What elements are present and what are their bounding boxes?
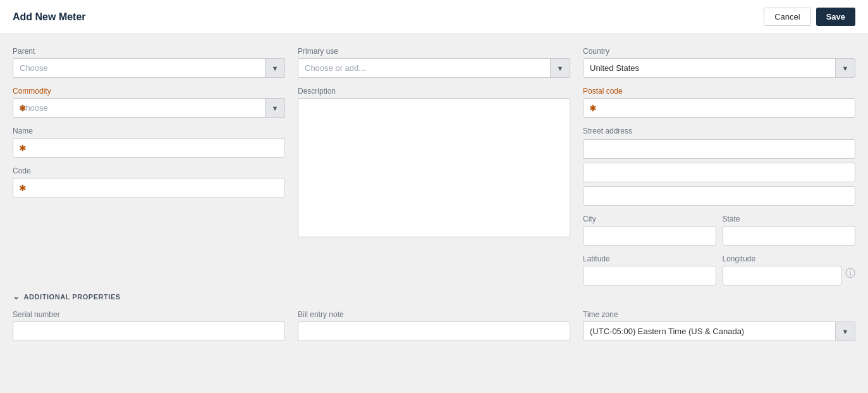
postal-code-input[interactable] bbox=[583, 98, 855, 118]
bill-entry-note-group: Bill entry note bbox=[298, 310, 570, 341]
description-label: Description bbox=[298, 87, 570, 96]
serial-number-group: Serial number bbox=[13, 310, 285, 341]
bill-entry-note-input[interactable] bbox=[298, 321, 570, 341]
country-select[interactable]: United States bbox=[583, 58, 855, 78]
page-title: Add New Meter bbox=[13, 11, 86, 23]
country-select-wrapper: United States ▼ bbox=[583, 58, 855, 78]
form-col-1: Parent Choose ▼ Commodity Choose ▼ ✱ bbox=[13, 47, 285, 285]
longitude-label: Longitude bbox=[723, 254, 842, 263]
serial-number-input[interactable] bbox=[13, 321, 285, 341]
parent-label: Parent bbox=[13, 47, 285, 56]
city-state-row: City State bbox=[583, 215, 855, 246]
city-group: City bbox=[583, 215, 716, 246]
latitude-group: Latitude bbox=[583, 254, 716, 285]
primary-use-select-wrapper: Choose or add... ▼ bbox=[298, 58, 570, 78]
code-label: Code bbox=[13, 166, 285, 175]
state-input[interactable] bbox=[723, 226, 856, 246]
time-zone-label: Time zone bbox=[583, 310, 855, 319]
info-icon[interactable]: ⓘ bbox=[845, 267, 855, 280]
parent-group: Parent Choose ▼ bbox=[13, 47, 285, 78]
name-label: Name bbox=[13, 127, 285, 135]
description-textarea[interactable] bbox=[298, 98, 570, 237]
street-address-group: Street address bbox=[583, 127, 855, 206]
time-zone-select-wrapper: (UTC-05:00) Eastern Time (US & Canada) ▼ bbox=[583, 321, 855, 341]
street-address-input-3[interactable] bbox=[583, 186, 855, 206]
additional-properties-label: ADDITIONAL PROPERTIES bbox=[24, 293, 121, 301]
bill-entry-note-label: Bill entry note bbox=[298, 310, 570, 319]
longitude-group: Longitude bbox=[723, 254, 842, 285]
longitude-input[interactable] bbox=[723, 266, 842, 285]
postal-code-required-star: ✱ bbox=[589, 103, 597, 113]
parent-select-wrapper: Choose ▼ bbox=[13, 58, 285, 78]
name-group: Name ✱ bbox=[13, 127, 285, 158]
parent-select[interactable]: Choose bbox=[13, 58, 285, 78]
postal-code-group: Postal code ✱ bbox=[583, 87, 855, 118]
code-group: Code ✱ bbox=[13, 166, 285, 197]
time-zone-select[interactable]: (UTC-05:00) Eastern Time (US & Canada) bbox=[583, 321, 855, 341]
latitude-label: Latitude bbox=[583, 254, 716, 263]
code-input[interactable] bbox=[13, 178, 285, 197]
header: Add New Meter Cancel Save bbox=[0, 0, 868, 34]
serial-number-label: Serial number bbox=[13, 310, 285, 319]
country-label: Country bbox=[583, 47, 855, 56]
primary-use-group: Primary use Choose or add... ▼ bbox=[298, 47, 570, 78]
street-address-label: Street address bbox=[583, 127, 855, 135]
primary-use-label: Primary use bbox=[298, 47, 570, 56]
latitude-input[interactable] bbox=[583, 266, 716, 285]
code-input-wrapper: ✱ bbox=[13, 178, 285, 197]
form-col-2: Primary use Choose or add... ▼ Descripti… bbox=[298, 47, 570, 285]
primary-use-select[interactable]: Choose or add... bbox=[298, 58, 570, 78]
name-input-wrapper: ✱ bbox=[13, 138, 285, 158]
postal-code-input-wrapper: ✱ bbox=[583, 98, 855, 118]
country-group: Country United States ▼ bbox=[583, 47, 855, 78]
lat-lng-row: Latitude Longitude ⓘ bbox=[583, 254, 855, 285]
time-zone-group: Time zone (UTC-05:00) Eastern Time (US &… bbox=[583, 310, 855, 341]
cancel-button[interactable]: Cancel bbox=[764, 8, 810, 26]
chevron-down-icon: ⌄ bbox=[13, 292, 20, 301]
page-wrapper: Add New Meter Cancel Save Parent Choose … bbox=[0, 0, 868, 393]
commodity-select-wrapper: Choose ▼ ✱ bbox=[13, 98, 285, 118]
street-address-input-2[interactable] bbox=[583, 163, 855, 182]
header-actions: Cancel Save bbox=[764, 8, 855, 26]
state-label: State bbox=[723, 215, 856, 223]
name-required-star: ✱ bbox=[19, 143, 27, 153]
form-body: Parent Choose ▼ Commodity Choose ▼ ✱ bbox=[0, 34, 868, 354]
additional-properties-section: ⌄ ADDITIONAL PROPERTIES Serial number Bi… bbox=[13, 292, 855, 341]
code-required-star: ✱ bbox=[19, 183, 27, 193]
additional-fields: Serial number Bill entry note Time zone … bbox=[13, 310, 855, 341]
city-label: City bbox=[583, 215, 716, 223]
additional-properties-header[interactable]: ⌄ ADDITIONAL PROPERTIES bbox=[13, 292, 855, 301]
longitude-wrapper: Longitude ⓘ bbox=[723, 254, 856, 285]
description-group: Description bbox=[298, 87, 570, 237]
street-address-input-1[interactable] bbox=[583, 139, 855, 159]
commodity-label: Commodity bbox=[13, 87, 285, 96]
save-button[interactable]: Save bbox=[816, 8, 855, 26]
form-col-3: Country United States ▼ Postal code ✱ S bbox=[583, 47, 855, 285]
postal-code-label: Postal code bbox=[583, 87, 855, 96]
commodity-group: Commodity Choose ▼ ✱ bbox=[13, 87, 285, 118]
commodity-select[interactable]: Choose bbox=[13, 98, 285, 118]
city-input[interactable] bbox=[583, 226, 716, 246]
state-group: State bbox=[723, 215, 856, 246]
name-input[interactable] bbox=[13, 138, 285, 158]
